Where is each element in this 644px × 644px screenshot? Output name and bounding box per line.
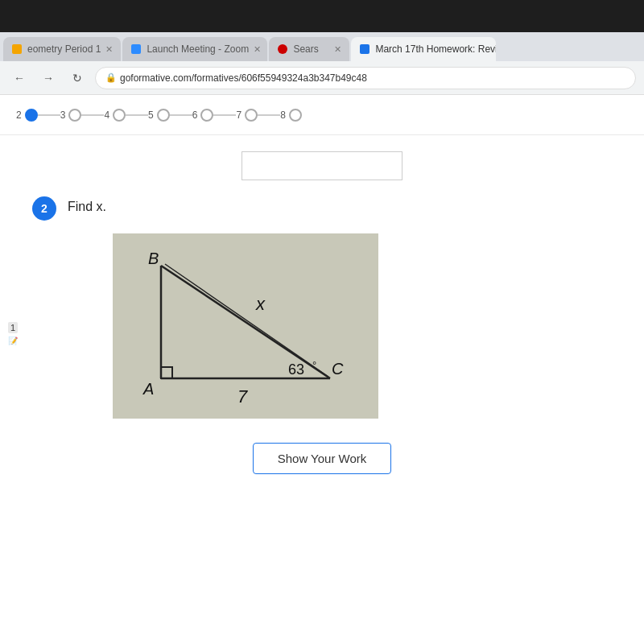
svg-text:B: B xyxy=(148,250,159,267)
progress-item-3[interactable]: 3 xyxy=(60,109,82,122)
progress-item-7[interactable]: 7 xyxy=(236,109,258,122)
question-number-badge: 2 xyxy=(32,196,56,221)
address-bar-row: ← → ↻ 🔒 goformative.com/formatives/606f5… xyxy=(0,61,644,95)
svg-text:63: 63 xyxy=(288,361,304,378)
progress-label-8: 8 xyxy=(280,109,286,121)
address-box[interactable]: 🔒 goformative.com/formatives/606f5594932… xyxy=(95,67,636,89)
left-indicator: 1 📝 xyxy=(8,322,18,345)
progress-dot-7[interactable] xyxy=(245,109,258,122)
refresh-button[interactable]: ↻ xyxy=(66,67,89,89)
progress-item-5[interactable]: 5 xyxy=(148,109,170,122)
progress-dot-8[interactable] xyxy=(289,109,302,122)
progress-item-6[interactable]: 6 xyxy=(192,109,214,122)
tab-zoom-close[interactable]: ✕ xyxy=(254,44,261,55)
progress-label-5: 5 xyxy=(148,109,154,121)
progress-dot-6[interactable] xyxy=(200,109,213,122)
svg-text:°: ° xyxy=(312,359,316,371)
answer-input-box[interactable] xyxy=(242,151,402,180)
document-icon[interactable]: 📝 xyxy=(8,336,18,345)
progress-line-5 xyxy=(213,114,236,116)
progress-line-2 xyxy=(81,114,104,116)
url-text: goformative.com/formatives/606f55949324a… xyxy=(120,72,367,84)
tab-geometry-label: eometry Period 1 xyxy=(27,43,101,55)
screen: eometry Period 1 ✕ Launch Meeting - Zoom… xyxy=(0,0,644,644)
progress-dot-5[interactable] xyxy=(157,109,170,122)
svg-text:x: x xyxy=(255,294,266,314)
geometry-image: B A C x 7 xyxy=(113,233,378,419)
tab-sears-close[interactable]: ✕ xyxy=(334,44,341,55)
answer-box-row xyxy=(32,151,612,180)
tab-geometry-close[interactable]: ✕ xyxy=(105,44,113,55)
progress-line-4 xyxy=(170,114,192,116)
back-button[interactable]: ← xyxy=(8,67,31,89)
progress-item-8[interactable]: 8 xyxy=(280,109,302,122)
image-container: B A C x 7 xyxy=(113,233,378,419)
tab-zoom[interactable]: Launch Meeting - Zoom ✕ xyxy=(122,37,267,61)
svg-text:C: C xyxy=(332,360,344,378)
svg-text:A: A xyxy=(142,380,154,398)
tab-march-label: March 17th Homework: Review... xyxy=(375,43,496,55)
show-work-container: Show Your Work xyxy=(32,443,612,474)
tab-zoom-label: Launch Meeting - Zoom xyxy=(147,43,249,55)
forward-button[interactable]: → xyxy=(37,67,60,89)
lock-icon: 🔒 xyxy=(105,72,117,83)
march-favicon xyxy=(359,43,370,55)
progress-item-4[interactable]: 4 xyxy=(104,109,126,122)
top-bar xyxy=(0,0,644,32)
content-area: 2 Find x. 1 📝 xyxy=(0,135,644,644)
progress-dot-2[interactable] xyxy=(25,109,38,122)
progress-line-6 xyxy=(258,114,280,116)
geo-favicon xyxy=(11,43,23,55)
tab-sears-label: Sears xyxy=(293,43,318,55)
progress-label-3: 3 xyxy=(60,109,66,121)
progress-label-4: 4 xyxy=(104,109,109,121)
progress-dot-4[interactable] xyxy=(113,109,126,122)
progress-label-7: 7 xyxy=(236,109,242,121)
tab-sears[interactable]: Sears ✕ xyxy=(269,37,349,61)
tab-bar: eometry Period 1 ✕ Launch Meeting - Zoom… xyxy=(0,32,644,61)
progress-item-2[interactable]: 2 xyxy=(16,109,38,122)
sears-favicon xyxy=(277,43,288,55)
progress-label-2: 2 xyxy=(16,109,22,121)
progress-label-6: 6 xyxy=(192,109,198,121)
tab-geometry[interactable]: eometry Period 1 ✕ xyxy=(3,37,121,61)
svg-text:7: 7 xyxy=(237,386,248,407)
indicator-num: 1 xyxy=(8,322,18,333)
question-row: 2 Find x. xyxy=(32,196,612,221)
browser: eometry Period 1 ✕ Launch Meeting - Zoom… xyxy=(0,32,644,644)
show-work-button[interactable]: Show Your Work xyxy=(253,443,392,474)
question-text: Find x. xyxy=(68,196,106,214)
triangle-svg: B A C x 7 xyxy=(113,233,378,419)
progress-line-1 xyxy=(38,114,60,116)
progress-dot-3[interactable] xyxy=(68,109,81,122)
tab-march[interactable]: March 17th Homework: Review... ✕ xyxy=(351,37,496,61)
progress-line-3 xyxy=(126,114,148,116)
zoom-favicon xyxy=(130,43,142,55)
progress-bar-row: 2 3 4 5 6 xyxy=(0,95,644,135)
